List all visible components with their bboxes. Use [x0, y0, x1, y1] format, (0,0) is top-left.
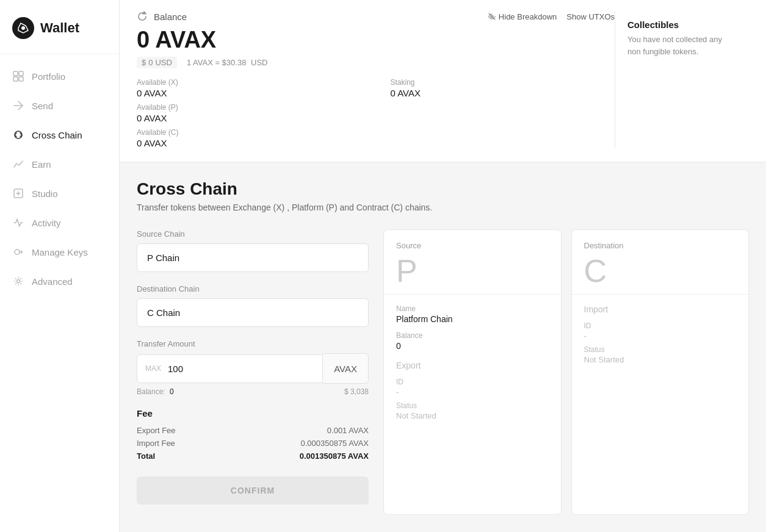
- show-utxos-button[interactable]: Show UTXOs: [566, 12, 615, 21]
- source-status-value: Not Started: [396, 411, 549, 420]
- destination-status-card: Destination C Import ID - Status Not Sta…: [571, 229, 750, 515]
- staking-value: 0 AVAX: [391, 88, 615, 98]
- keys-icon: [12, 246, 24, 258]
- source-chain-group: Source Chain P Chain X Chain C Chain: [137, 229, 369, 272]
- balance-usd-row: $ 0 USD 1 AVAX = $30.38 USD: [137, 57, 615, 68]
- destination-chain-group: Destination Chain C Chain X Chain P Chai…: [137, 284, 369, 327]
- source-export-title: Export: [396, 361, 549, 370]
- source-name-value: Platform Chain: [396, 314, 549, 324]
- status-cards: Source P Name Platform Chain Balance 0 E…: [383, 229, 749, 515]
- usd-meta-value: $ 3,038: [344, 387, 369, 396]
- cross-chain-title: Cross Chain: [137, 179, 749, 199]
- sidebar-label-portfolio: Portfolio: [32, 71, 65, 82]
- studio-icon: [12, 187, 24, 200]
- destination-type-label: Destination: [584, 241, 737, 250]
- balance-label-meta: Balance: 0: [137, 387, 174, 396]
- amount-input[interactable]: [137, 354, 323, 383]
- export-fee-row: Export Fee 0.001 AVAX: [137, 426, 369, 435]
- sidebar-item-activity[interactable]: Activity: [0, 208, 119, 237]
- destination-card-header: Destination C: [572, 230, 749, 295]
- source-letter: P: [396, 255, 549, 287]
- crosschain-icon: [12, 129, 24, 141]
- source-card-body: Name Platform Chain Balance 0 Export ID …: [384, 295, 561, 435]
- destination-import-title: Import: [584, 304, 737, 314]
- usd-symbol: $: [142, 58, 146, 67]
- available-p-label: Available (P): [137, 103, 361, 112]
- hide-icon: [488, 12, 496, 21]
- amount-input-wrap: MAX: [137, 354, 323, 383]
- earn-icon: [12, 158, 24, 170]
- source-chain-select[interactable]: P Chain X Chain C Chain: [137, 243, 369, 272]
- available-x-value: 0 AVAX: [137, 88, 361, 98]
- svg-rect-5: [19, 77, 23, 81]
- sidebar-item-cross-chain[interactable]: Cross Chain: [0, 120, 119, 149]
- collectibles-text: You have not collected any non fungible …: [627, 34, 737, 57]
- source-chain-label: Source Chain: [137, 229, 369, 239]
- breakdown-empty-2: [391, 128, 615, 148]
- advanced-icon: [12, 275, 24, 287]
- confirm-button[interactable]: CONFIRM: [137, 476, 369, 505]
- sidebar-label-activity: Activity: [32, 218, 61, 228]
- available-x-label: Available (X): [137, 78, 361, 87]
- sidebar-label-cross-chain: Cross Chain: [32, 130, 82, 140]
- balance-meta-value: 0: [170, 387, 174, 396]
- sidebar-navigation: Portfolio Send Cross Chain: [0, 54, 119, 532]
- collectibles-title: Collectibles: [627, 20, 737, 30]
- total-fee-row: Total 0.001350875 AVAX: [137, 451, 369, 461]
- total-fee-value: 0.001350875 AVAX: [300, 451, 369, 461]
- svg-rect-3: [19, 71, 23, 76]
- sidebar-label-advanced: Advanced: [32, 276, 73, 287]
- available-c-value: 0 AVAX: [137, 138, 361, 148]
- show-utxos-label: Show UTXOs: [566, 12, 615, 21]
- destination-chain-label: Destination Chain: [137, 284, 369, 293]
- balance-info: Balance Hide Breakdown Show UTXOs 0: [137, 11, 615, 148]
- svg-rect-2: [13, 71, 18, 76]
- source-type-label: Source: [396, 241, 549, 250]
- source-id-label: ID: [396, 378, 549, 386]
- svg-point-1: [21, 26, 25, 30]
- import-fee-label: Import Fee: [137, 439, 175, 448]
- sidebar-label-studio: Studio: [32, 189, 58, 199]
- sidebar-item-earn[interactable]: Earn: [0, 149, 119, 179]
- balance-header: Balance Hide Breakdown Show UTXOs: [137, 11, 615, 22]
- balance-actions: Hide Breakdown Show UTXOs: [488, 12, 615, 21]
- avax-rate: 1 AVAX = $30.38 USD: [187, 58, 268, 67]
- source-status-card: Source P Name Platform Chain Balance 0 E…: [383, 229, 562, 515]
- sidebar-item-send[interactable]: Send: [0, 91, 119, 120]
- main-content: Balance Hide Breakdown Show UTXOs 0: [120, 0, 766, 532]
- destination-status-label: Status: [584, 345, 737, 354]
- svg-point-7: [15, 250, 20, 254]
- hide-breakdown-label: Hide Breakdown: [499, 12, 557, 21]
- fee-section: Fee Export Fee 0.001 AVAX Import Fee 0.0…: [137, 408, 369, 461]
- sidebar-label-manage-keys: Manage Keys: [32, 247, 88, 257]
- source-card-header: Source P: [384, 230, 561, 295]
- usd-unit: USD: [155, 58, 172, 67]
- breakdown-available-c: Available (C) 0 AVAX: [137, 128, 361, 148]
- destination-status-value: Not Started: [584, 355, 737, 364]
- destination-chain-select[interactable]: C Chain X Chain P Chain: [137, 298, 369, 327]
- breakdown-available-x: Available (X) 0 AVAX: [137, 78, 361, 98]
- logo-text: Wallet: [40, 20, 79, 36]
- sidebar-item-studio[interactable]: Studio: [0, 179, 119, 208]
- cross-chain-body: Source Chain P Chain X Chain C Chain Des…: [137, 229, 749, 515]
- import-fee-row: Import Fee 0.000350875 AVAX: [137, 439, 369, 448]
- balance-title: Balance: [154, 12, 187, 22]
- transfer-amount-group: Transfer Amount MAX AVAX Balance: 0: [137, 339, 369, 396]
- sidebar-item-advanced[interactable]: Advanced: [0, 267, 119, 296]
- svg-point-8: [17, 280, 20, 283]
- source-id-value: -: [396, 387, 549, 397]
- sidebar-item-manage-keys[interactable]: Manage Keys: [0, 237, 119, 267]
- breakdown-available-p: Available (P) 0 AVAX: [137, 103, 361, 123]
- sidebar: Wallet Portfolio Send: [0, 0, 120, 532]
- hide-breakdown-button[interactable]: Hide Breakdown: [488, 12, 557, 21]
- fee-title: Fee: [137, 408, 369, 419]
- svg-rect-4: [13, 77, 18, 81]
- sidebar-item-portfolio[interactable]: Portfolio: [0, 62, 119, 91]
- usd-balance-value: 0: [148, 58, 153, 67]
- destination-letter: C: [584, 255, 737, 287]
- source-balance-label: Balance: [396, 331, 549, 340]
- refresh-icon[interactable]: [137, 11, 148, 22]
- available-c-label: Available (C): [137, 128, 361, 137]
- destination-id-label: ID: [584, 322, 737, 330]
- balance-breakdown: Available (X) 0 AVAX Staking 0 AVAX Avai…: [137, 78, 615, 148]
